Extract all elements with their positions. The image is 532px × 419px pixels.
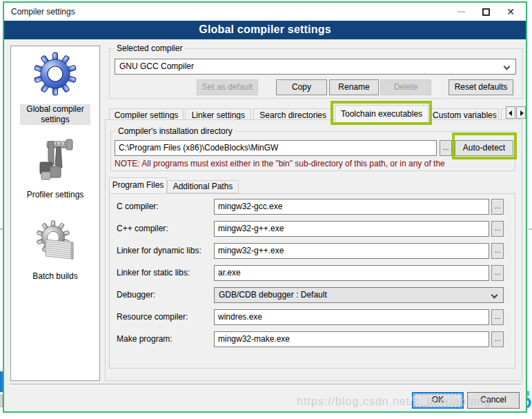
compiler-select-value: GNU GCC Compiler [119,61,194,71]
compiler-settings-dialog: Compiler settings ✕ Global compiler sett… [3,1,527,413]
cpp-compiler-browse-button[interactable]: ... [491,221,504,237]
background-edge-line-right [529,228,532,230]
close-button[interactable]: ✕ [498,3,523,21]
installation-directory-group-label: Compiler's installation directory [115,126,235,136]
installation-directory-browse-button[interactable]: ... [440,140,452,156]
triangle-right-icon [520,110,524,116]
close-icon: ✕ [506,7,515,17]
chevron-down-icon [491,292,498,299]
minimize-button[interactable] [449,3,473,21]
maximize-icon [482,8,490,16]
rename-button[interactable]: Rename [329,79,379,95]
tab-toolchain-executables[interactable]: Toolchain executables [335,105,428,123]
field-label: C compiler: [117,199,159,215]
field-label: Resource compiler: [117,309,188,325]
delete-button[interactable]: Delete [380,79,431,95]
sidebar-item-profiler-settings[interactable]: Profiler settings [11,190,99,200]
note-text: NOTE: All programs must exist either in … [115,159,513,168]
sidebar-item-global-compiler-settings[interactable]: Global compiler settings [11,104,99,125]
linker-dynamic-input[interactable]: mingw32-g++.exe [214,243,489,259]
toolchain-executables-page: Compiler's installation directory C:\Pro… [105,119,522,381]
field-label: Linker for static libs: [117,265,190,281]
subtab-program-files[interactable]: Program Files [109,177,167,193]
c-compiler-input[interactable]: mingw32-gcc.exe [214,199,489,215]
debugger-select[interactable]: GDB/CDB debugger : Default [214,287,504,303]
screenshot-canvas: Compiler settings ✕ Global compiler sett… [0,0,532,419]
set-as-default-button[interactable]: Set as default [197,79,258,95]
resource-compiler-browse-button[interactable]: ... [491,309,504,325]
field-label: C++ compiler: [117,221,168,237]
c-compiler-browse-button[interactable]: ... [491,199,504,215]
footer-separator-highlight [10,384,521,385]
profiler-settings-icon[interactable] [33,137,77,184]
make-program-input[interactable]: mingw32-make.exe [214,331,489,347]
reset-defaults-button[interactable]: Reset defaults [449,79,513,95]
gear-stack-icon [33,219,77,266]
watermark-text: https://blog.csdn.net/c_lanxiaofang [297,396,491,408]
make-program-browse-button[interactable]: ... [491,331,504,347]
linker-static-browse-button[interactable]: ... [491,265,504,281]
caliper-icon [33,137,77,184]
selected-compiler-group-label: Selected compiler [114,43,185,53]
copy-button[interactable]: Copy [276,79,327,95]
blue-gear-icon [33,52,77,96]
maximize-button[interactable] [473,3,498,21]
tab-scroll-left-button[interactable] [506,106,515,119]
field-label: Linker for dynamic libs: [117,243,201,259]
selected-compiler-group: Selected compiler GNU GCC Compiler Set a… [109,48,523,99]
sidebar-item-label: Batch builds [32,271,77,281]
titlebar: Compiler settings ✕ [4,3,526,21]
field-label: Debugger: [117,287,155,303]
field-label: Make program: [117,331,173,347]
program-files-page: C compiler: mingw32-gcc.exe ... C++ comp… [109,193,515,369]
tab-scroll-right-button[interactable] [516,106,526,119]
titlebar-buttons: ✕ [449,3,523,21]
auto-detect-button[interactable]: Auto-detect [455,140,513,156]
linker-dynamic-browse-button[interactable]: ... [491,243,504,259]
batch-builds-icon[interactable] [33,219,77,266]
compiler-select[interactable]: GNU GCC Compiler [115,59,516,75]
subtab-additional-paths[interactable]: Additional Paths [167,180,239,193]
installation-directory-group: Compiler's installation directory C:\Pro… [110,131,515,171]
sidebar-item-label: Global compiler settings [20,104,90,125]
global-compiler-settings-icon[interactable] [33,52,77,96]
sidebar-item-label: Profiler settings [27,190,84,199]
triangle-left-icon [509,110,512,116]
window-title: Compiler settings [11,3,75,21]
debugger-select-value: GDB/CDB debugger : Default [219,290,327,300]
minimize-icon [457,11,465,12]
sidebar: Global compiler settings [10,46,100,381]
banner-title: Global compiler settings [4,21,526,39]
sidebar-item-batch-builds[interactable]: Batch builds [11,271,99,282]
resource-compiler-input[interactable]: windres.exe [214,309,489,325]
cpp-compiler-input[interactable]: mingw32-g++.exe [214,221,489,237]
installation-directory-input[interactable]: C:\Program Files (x86)\CodeBlocks\MinGW [115,140,437,156]
chevron-down-icon [504,64,511,70]
linker-static-input[interactable]: ar.exe [214,265,489,281]
